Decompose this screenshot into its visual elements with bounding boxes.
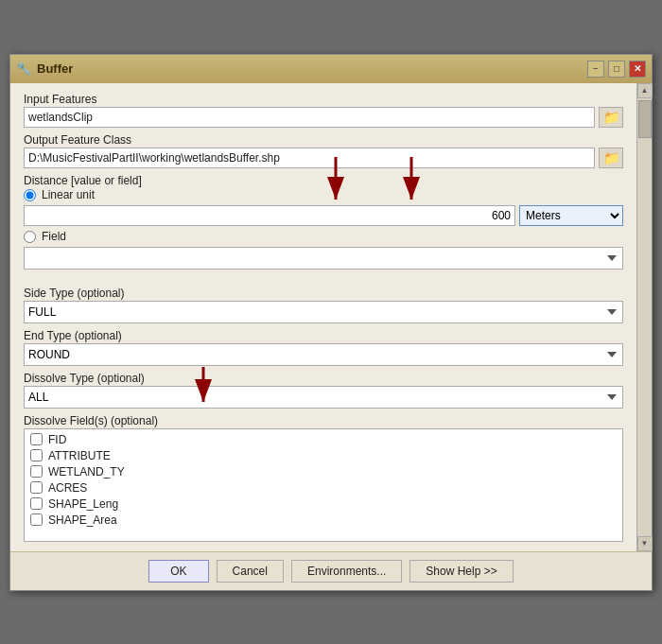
fid-checkbox[interactable] <box>30 433 43 445</box>
list-item: ACRES <box>30 481 617 495</box>
input-features-select[interactable]: wetlandsClip <box>24 107 595 128</box>
end-type-label: End Type (optional) <box>24 329 623 342</box>
wetland-ty-checkbox[interactable] <box>30 465 43 478</box>
app-icon: 🔧 <box>16 61 31 77</box>
input-features-section: Input Features wetlandsClip 📁 <box>24 93 623 128</box>
footer: OK Cancel Environments... Show Help >> <box>10 551 652 590</box>
environments-button[interactable]: Environments... <box>291 560 402 583</box>
cancel-button[interactable]: Cancel <box>217 560 284 583</box>
linear-unit-radio-row: Linear unit <box>24 188 623 202</box>
input-features-row: wetlandsClip 📁 <box>24 107 623 128</box>
output-feature-class-section: Output Feature Class D:\MusicFestivalPar… <box>24 133 623 168</box>
attribute-checkbox[interactable] <box>30 449 43 461</box>
output-feature-class-browse-button[interactable]: 📁 <box>599 148 623 168</box>
acres-label: ACRES <box>48 481 87 495</box>
input-features-browse-button[interactable]: 📁 <box>599 107 623 128</box>
shape-leng-checkbox[interactable] <box>30 497 43 510</box>
list-item: SHAPE_Area <box>30 513 617 527</box>
distance-annotation-container: Linear unit Meters Kilometers Feet Miles <box>24 188 623 226</box>
dissolve-type-select[interactable]: NONE ALL LIST <box>24 386 623 409</box>
main-content: Input Features wetlandsClip 📁 Output Fea… <box>10 83 636 551</box>
input-features-label: Input Features <box>24 93 623 106</box>
fid-label: FID <box>48 433 66 446</box>
scroll-thumb[interactable] <box>638 100 652 138</box>
shape-area-checkbox[interactable] <box>30 513 43 526</box>
distance-value-input[interactable] <box>24 205 515 226</box>
distance-label: Distance [value or field] <box>24 174 623 187</box>
dissolve-fields-section: Dissolve Field(s) (optional) FID ATTRIBU… <box>24 414 623 542</box>
minimize-button[interactable]: − <box>587 61 604 78</box>
dissolve-fields-label: Dissolve Field(s) (optional) <box>24 414 623 427</box>
end-type-select[interactable]: ROUND FLAT <box>24 343 623 366</box>
scrollbar[interactable]: ▲ ▼ <box>636 83 652 551</box>
scroll-up-button[interactable]: ▲ <box>637 83 653 98</box>
field-radio-row: Field <box>24 230 623 244</box>
dissolve-type-section: Dissolve Type (optional) NONE ALL LIST <box>24 372 623 409</box>
window-body: Input Features wetlandsClip 📁 Output Fea… <box>10 83 652 551</box>
shape-area-label: SHAPE_Area <box>48 513 117 527</box>
ok-button[interactable]: OK <box>148 560 208 583</box>
linear-unit-inputs-row: Meters Kilometers Feet Miles <box>24 205 623 226</box>
list-item: SHAPE_Leng <box>30 497 617 511</box>
output-feature-class-label: Output Feature Class <box>24 133 623 147</box>
output-feature-class-row: D:\MusicFestivalPartII\working\wetlandsB… <box>24 148 623 168</box>
show-help-button[interactable]: Show Help >> <box>409 560 513 583</box>
field-input-row <box>24 247 623 270</box>
title-bar-left: 🔧 Buffer <box>16 61 73 77</box>
close-button[interactable]: ✕ <box>629 61 646 78</box>
attribute-label: ATTRIBUTE <box>48 449 111 462</box>
side-type-label: Side Type (optional) <box>24 287 623 300</box>
field-select[interactable] <box>24 247 623 270</box>
dissolve-type-label: Dissolve Type (optional) <box>24 372 623 385</box>
title-controls: − □ ✕ <box>587 61 646 78</box>
field-radio[interactable] <box>24 231 36 243</box>
divider1 <box>24 275 623 281</box>
list-item: ATTRIBUTE <box>30 449 617 462</box>
side-type-section: Side Type (optional) FULL LEFT RIGHT OUT… <box>24 287 623 323</box>
distance-section: Distance [value or field] <box>24 174 623 270</box>
field-label: Field <box>42 230 66 243</box>
side-type-select[interactable]: FULL LEFT RIGHT OUTSIDE_ONLY <box>24 301 623 323</box>
acres-checkbox[interactable] <box>30 481 43 494</box>
list-item: FID <box>30 433 617 446</box>
output-feature-class-input[interactable]: D:\MusicFestivalPartII\working\wetlandsB… <box>24 148 595 168</box>
buffer-dialog: 🔧 Buffer − □ ✕ Input Features wetlandsCl… <box>9 54 653 591</box>
dissolve-fields-list: FID ATTRIBUTE WETLAND_TY ACRES <box>24 428 623 542</box>
end-type-section: End Type (optional) ROUND FLAT <box>24 329 623 366</box>
scroll-down-button[interactable]: ▼ <box>637 536 653 551</box>
linear-unit-radio[interactable] <box>24 189 36 201</box>
window-title: Buffer <box>37 61 73 76</box>
wetland-ty-label: WETLAND_TY <box>48 465 125 479</box>
title-bar: 🔧 Buffer − □ ✕ <box>10 55 652 83</box>
list-item: WETLAND_TY <box>30 465 617 479</box>
maximize-button[interactable]: □ <box>608 61 625 78</box>
linear-unit-label: Linear unit <box>42 188 95 201</box>
unit-select[interactable]: Meters Kilometers Feet Miles <box>519 205 623 226</box>
shape-leng-label: SHAPE_Leng <box>48 497 118 511</box>
